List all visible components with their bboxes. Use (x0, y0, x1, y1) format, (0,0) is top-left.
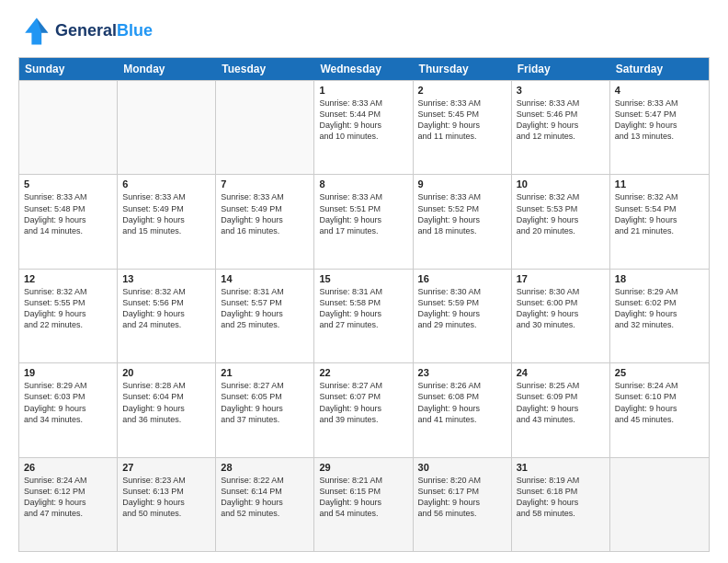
calendar-row-1: 1Sunrise: 8:33 AM Sunset: 5:44 PM Daylig… (19, 80, 709, 174)
day-number: 31 (517, 462, 605, 473)
day-details: Sunrise: 8:31 AM Sunset: 5:58 PM Dayligh… (319, 286, 407, 331)
day-details: Sunrise: 8:27 AM Sunset: 6:07 PM Dayligh… (319, 380, 407, 425)
day-details: Sunrise: 8:33 AM Sunset: 5:46 PM Dayligh… (517, 98, 605, 143)
day-number: 30 (418, 462, 506, 473)
day-details: Sunrise: 8:33 AM Sunset: 5:49 PM Dayligh… (122, 191, 210, 236)
day-details: Sunrise: 8:28 AM Sunset: 6:04 PM Dayligh… (122, 380, 210, 425)
header: GeneralBlue (18, 15, 710, 48)
day-details: Sunrise: 8:32 AM Sunset: 5:55 PM Dayligh… (24, 286, 112, 331)
calendar-row-4: 19Sunrise: 8:29 AM Sunset: 6:03 PM Dayli… (19, 362, 709, 456)
calendar-day-21: 21Sunrise: 8:27 AM Sunset: 6:05 PM Dayli… (216, 363, 314, 456)
day-number: 15 (319, 273, 407, 284)
day-details: Sunrise: 8:33 AM Sunset: 5:44 PM Dayligh… (319, 98, 407, 143)
day-of-week-tuesday: Tuesday (216, 58, 314, 80)
day-number: 20 (122, 367, 210, 378)
day-number: 7 (221, 178, 309, 190)
day-details: Sunrise: 8:23 AM Sunset: 6:13 PM Dayligh… (122, 475, 210, 520)
day-of-week-saturday: Saturday (610, 58, 709, 80)
calendar-day-28: 28Sunrise: 8:22 AM Sunset: 6:14 PM Dayli… (216, 458, 314, 551)
calendar-day-6: 6Sunrise: 8:33 AM Sunset: 5:49 PM Daylig… (118, 175, 216, 268)
calendar-day-23: 23Sunrise: 8:26 AM Sunset: 6:08 PM Dayli… (414, 363, 512, 456)
calendar-row-2: 5Sunrise: 8:33 AM Sunset: 5:48 PM Daylig… (19, 174, 709, 268)
day-number: 13 (122, 273, 210, 284)
calendar-day-13: 13Sunrise: 8:32 AM Sunset: 5:56 PM Dayli… (118, 270, 216, 362)
calendar-day-14: 14Sunrise: 8:31 AM Sunset: 5:57 PM Dayli… (216, 270, 314, 362)
calendar-empty-cell (118, 81, 216, 174)
calendar-day-20: 20Sunrise: 8:28 AM Sunset: 6:04 PM Dayli… (118, 363, 216, 456)
calendar: SundayMondayTuesdayWednesdayThursdayFrid… (18, 57, 710, 552)
day-details: Sunrise: 8:21 AM Sunset: 6:15 PM Dayligh… (319, 475, 407, 520)
day-number: 29 (319, 462, 407, 473)
day-number: 11 (615, 178, 704, 190)
calendar-body: 1Sunrise: 8:33 AM Sunset: 5:44 PM Daylig… (19, 80, 709, 551)
day-details: Sunrise: 8:29 AM Sunset: 6:03 PM Dayligh… (24, 380, 112, 425)
day-of-week-wednesday: Wednesday (314, 58, 413, 80)
day-details: Sunrise: 8:33 AM Sunset: 5:47 PM Dayligh… (615, 98, 704, 143)
day-details: Sunrise: 8:33 AM Sunset: 5:48 PM Dayligh… (24, 191, 112, 236)
day-number: 12 (24, 273, 112, 284)
day-number: 24 (517, 367, 605, 378)
day-details: Sunrise: 8:20 AM Sunset: 6:17 PM Dayligh… (418, 475, 506, 520)
day-number: 14 (221, 273, 309, 284)
day-details: Sunrise: 8:32 AM Sunset: 5:56 PM Dayligh… (122, 286, 210, 331)
calendar-day-18: 18Sunrise: 8:29 AM Sunset: 6:02 PM Dayli… (610, 270, 709, 362)
calendar-empty-cell (610, 458, 709, 551)
day-number: 26 (24, 462, 112, 473)
day-details: Sunrise: 8:32 AM Sunset: 5:54 PM Dayligh… (615, 191, 704, 236)
calendar-day-26: 26Sunrise: 8:24 AM Sunset: 6:12 PM Dayli… (19, 458, 118, 551)
day-number: 27 (122, 462, 210, 473)
calendar-day-31: 31Sunrise: 8:19 AM Sunset: 6:18 PM Dayli… (512, 458, 610, 551)
logo-general: General (55, 21, 117, 40)
day-details: Sunrise: 8:33 AM Sunset: 5:49 PM Dayligh… (221, 191, 309, 236)
day-number: 4 (615, 85, 704, 96)
day-details: Sunrise: 8:26 AM Sunset: 6:08 PM Dayligh… (418, 380, 506, 425)
day-number: 17 (517, 273, 605, 284)
page: GeneralBlue SundayMondayTuesdayWednesday… (0, 0, 728, 563)
logo-text: GeneralBlue (55, 22, 153, 40)
calendar-day-27: 27Sunrise: 8:23 AM Sunset: 6:13 PM Dayli… (118, 458, 216, 551)
day-details: Sunrise: 8:24 AM Sunset: 6:10 PM Dayligh… (615, 380, 704, 425)
calendar-header: SundayMondayTuesdayWednesdayThursdayFrid… (19, 58, 709, 80)
calendar-day-19: 19Sunrise: 8:29 AM Sunset: 6:03 PM Dayli… (19, 363, 118, 456)
day-of-week-sunday: Sunday (19, 58, 118, 80)
day-details: Sunrise: 8:24 AM Sunset: 6:12 PM Dayligh… (24, 475, 112, 520)
calendar-day-3: 3Sunrise: 8:33 AM Sunset: 5:46 PM Daylig… (512, 81, 610, 174)
calendar-empty-cell (216, 81, 314, 174)
day-number: 2 (418, 85, 506, 96)
day-number: 23 (418, 367, 506, 378)
day-number: 16 (418, 273, 506, 284)
logo-icon (18, 15, 51, 48)
day-of-week-monday: Monday (118, 58, 216, 80)
calendar-day-4: 4Sunrise: 8:33 AM Sunset: 5:47 PM Daylig… (610, 81, 709, 174)
day-number: 1 (319, 85, 407, 96)
day-number: 6 (122, 178, 210, 190)
calendar-row-3: 12Sunrise: 8:32 AM Sunset: 5:55 PM Dayli… (19, 269, 709, 362)
calendar-day-24: 24Sunrise: 8:25 AM Sunset: 6:09 PM Dayli… (512, 363, 610, 456)
day-number: 22 (319, 367, 407, 378)
day-number: 18 (615, 273, 704, 284)
day-number: 21 (221, 367, 309, 378)
day-details: Sunrise: 8:31 AM Sunset: 5:57 PM Dayligh… (221, 286, 309, 331)
calendar-day-16: 16Sunrise: 8:30 AM Sunset: 5:59 PM Dayli… (414, 270, 512, 362)
calendar-day-25: 25Sunrise: 8:24 AM Sunset: 6:10 PM Dayli… (610, 363, 709, 456)
calendar-row-5: 26Sunrise: 8:24 AM Sunset: 6:12 PM Dayli… (19, 457, 709, 551)
calendar-day-1: 1Sunrise: 8:33 AM Sunset: 5:44 PM Daylig… (314, 81, 413, 174)
day-number: 28 (221, 462, 309, 473)
day-details: Sunrise: 8:25 AM Sunset: 6:09 PM Dayligh… (517, 380, 605, 425)
calendar-day-22: 22Sunrise: 8:27 AM Sunset: 6:07 PM Dayli… (314, 363, 413, 456)
day-number: 19 (24, 367, 112, 378)
calendar-day-30: 30Sunrise: 8:20 AM Sunset: 6:17 PM Dayli… (414, 458, 512, 551)
day-details: Sunrise: 8:22 AM Sunset: 6:14 PM Dayligh… (221, 475, 309, 520)
day-details: Sunrise: 8:19 AM Sunset: 6:18 PM Dayligh… (517, 475, 605, 520)
logo-blue: Blue (117, 21, 153, 40)
day-of-week-thursday: Thursday (414, 58, 512, 80)
day-details: Sunrise: 8:29 AM Sunset: 6:02 PM Dayligh… (615, 286, 704, 331)
day-number: 10 (517, 178, 605, 190)
day-details: Sunrise: 8:32 AM Sunset: 5:53 PM Dayligh… (517, 191, 605, 236)
calendar-day-29: 29Sunrise: 8:21 AM Sunset: 6:15 PM Dayli… (314, 458, 413, 551)
day-number: 25 (615, 367, 704, 378)
day-of-week-friday: Friday (512, 58, 610, 80)
day-details: Sunrise: 8:33 AM Sunset: 5:51 PM Dayligh… (319, 191, 407, 236)
day-details: Sunrise: 8:33 AM Sunset: 5:52 PM Dayligh… (418, 191, 506, 236)
day-details: Sunrise: 8:33 AM Sunset: 5:45 PM Dayligh… (418, 98, 506, 143)
